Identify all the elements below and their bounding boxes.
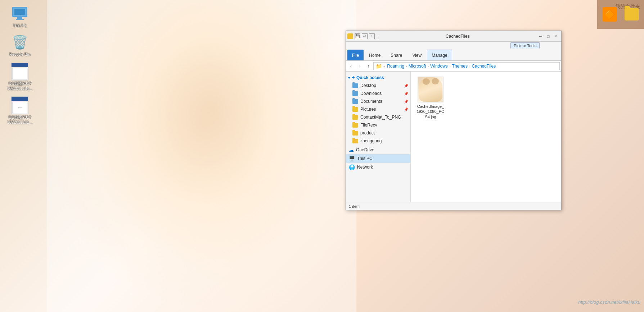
sidebar-item-this-pc[interactable]: 🖥️ This PC xyxy=(346,154,410,163)
title-bar-title: CachedFiles xyxy=(379,34,537,39)
file-thumbnail-cached-image xyxy=(418,77,443,102)
sidebar-item-zhenggong[interactable]: zhenggong xyxy=(346,137,410,145)
desktop-icon-screenshot1[interactable]: IMG QQ截图20171022011134... xyxy=(4,61,36,93)
taskbar-area: 🔶 xyxy=(597,0,644,29)
zhenggong-folder-icon xyxy=(352,139,358,143)
title-bar-left: 💾 ↩ ↑ | xyxy=(347,33,379,39)
path-folder-icon: 📁 xyxy=(376,63,382,69)
tab-manage[interactable]: Manage xyxy=(427,50,452,60)
desktop-icons-area: This PC 🗑️ Recycle Bin IMG QQ截图201710220… xyxy=(0,0,40,130)
documents-pin-icon: 📌 xyxy=(404,100,408,104)
quick-access-star-icon: ✦ xyxy=(351,75,355,80)
sidebar-item-network-label: Network xyxy=(357,165,373,170)
sidebar-item-contactmat-label: ContactMat_To_PNG xyxy=(360,115,401,120)
quick-access-chevron-icon: ▾ xyxy=(348,76,350,80)
file-item-cached-image[interactable]: CachedImage_1920_1080_POS4.jpg xyxy=(414,75,447,121)
quick-access-toolbar-undo[interactable]: ↩ xyxy=(362,33,368,39)
recycle-bin-icon: 🗑️ xyxy=(11,34,28,51)
downloads-folder-icon xyxy=(352,91,358,96)
sidebar-section-quick-access: ▾ ✦ Quick access Desktop 📌 Downloads 📌 xyxy=(346,74,410,145)
wechat-icon: 🔶 xyxy=(603,7,617,22)
pictures-pin-icon: 📌 xyxy=(404,107,408,111)
path-crumb-windows[interactable]: Windows xyxy=(430,64,448,69)
quick-access-toolbar-save[interactable]: 💾 xyxy=(355,33,360,39)
path-sep-3: › xyxy=(428,64,429,68)
sidebar-item-documents[interactable]: Documents 📌 xyxy=(346,97,410,105)
tab-home[interactable]: Home xyxy=(364,50,385,60)
taskbar-icon-folder[interactable] xyxy=(623,4,641,25)
sidebar-item-downloads-label: Downloads xyxy=(360,91,382,96)
status-text: 1 item xyxy=(349,204,360,208)
sidebar-item-desktop[interactable]: Desktop 📌 xyxy=(346,82,410,90)
this-pc-sidebar-icon: 🖥️ xyxy=(349,156,355,161)
watermark-bottom: http://blog.csdn.net/lxfilaHaiku xyxy=(578,299,640,305)
path-sep-1: « xyxy=(383,64,386,68)
sidebar-item-onedrive-label: OneDrive xyxy=(356,147,374,152)
quick-access-label: Quick access xyxy=(356,75,384,80)
tab-share[interactable]: Share xyxy=(386,50,407,60)
quick-access-toolbar-up[interactable]: ↑ xyxy=(369,33,375,39)
path-crumb-themes[interactable]: Themes xyxy=(452,64,468,69)
product-folder-icon xyxy=(352,131,358,136)
sidebar-item-this-pc-label: This PC xyxy=(357,156,373,161)
picture-tools-label: Picture Tools xyxy=(510,42,540,49)
status-bar: 1 item xyxy=(346,202,561,210)
onedrive-icon: ☁ xyxy=(349,147,354,153)
path-sep-5: › xyxy=(469,64,470,68)
sidebar-item-filerecv-label: FileRecv xyxy=(360,123,377,128)
path-sep-4: › xyxy=(449,64,451,68)
sidebar-item-desktop-label: Desktop xyxy=(360,83,376,88)
minimize-button[interactable]: ─ xyxy=(537,33,544,40)
filerecv-folder-icon xyxy=(352,123,358,128)
sidebar: ▾ ✦ Quick access Desktop 📌 Downloads 📌 xyxy=(346,72,411,202)
sidebar-item-product[interactable]: product xyxy=(346,129,410,137)
sidebar-item-onedrive[interactable]: ☁ OneDrive xyxy=(346,146,410,154)
pictures-folder-icon xyxy=(352,107,358,112)
desktop-icon-this-pc[interactable]: This PC xyxy=(4,4,36,29)
sidebar-item-zhenggong-label: zhenggong xyxy=(360,138,382,143)
sidebar-item-downloads[interactable]: Downloads 📌 xyxy=(346,90,410,97)
tab-view[interactable]: View xyxy=(407,50,426,60)
ribbon-tabs: Picture Tools File Home Share View Manag… xyxy=(346,42,561,60)
desktop-wallpaper-overlay xyxy=(47,0,356,312)
desktop-icon-recycle-bin[interactable]: 🗑️ Recycle Bin xyxy=(4,32,36,58)
path-crumb-cachedfiles[interactable]: CachedFiles xyxy=(472,64,496,69)
desktop-folder-icon xyxy=(352,83,358,88)
screenshot2-icon: IMG xyxy=(11,97,28,114)
path-crumb-microsoft[interactable]: Microsoft xyxy=(409,64,426,69)
sidebar-item-product-label: product xyxy=(360,130,375,136)
tab-file[interactable]: File xyxy=(347,50,364,60)
desktop-icon-screenshot2[interactable]: IMG QQ截图20171022011141... xyxy=(4,95,36,127)
screenshot1-label: QQ截图20171022011134... xyxy=(7,81,32,91)
window-controls: ─ □ ✕ xyxy=(537,33,560,40)
screenshot1-icon: IMG xyxy=(11,63,28,80)
address-path[interactable]: 📁 « Roaming › Microsoft › Windows › Them… xyxy=(373,62,560,70)
path-sep-2: › xyxy=(406,64,407,68)
back-button[interactable]: ‹ xyxy=(347,63,355,70)
file-content-area: CachedImage_1920_1080_POS4.jpg xyxy=(411,72,561,202)
path-crumb-roaming[interactable]: Roaming xyxy=(387,64,404,69)
explorer-window: 💾 ↩ ↑ | CachedFiles ─ □ ✕ Picture Tools … xyxy=(346,31,562,210)
forward-button[interactable]: › xyxy=(356,63,363,70)
screenshot2-label: QQ截图20171022011141... xyxy=(7,115,32,125)
sidebar-item-pictures-label: Pictures xyxy=(360,107,376,112)
up-button[interactable]: ↑ xyxy=(365,63,372,70)
sidebar-header-quick-access[interactable]: ▾ ✦ Quick access xyxy=(346,74,410,82)
sidebar-item-documents-label: Documents xyxy=(360,99,382,104)
sidebar-item-network[interactable]: 🌐 Network xyxy=(346,163,410,171)
this-pc-icon xyxy=(11,5,28,22)
sidebar-item-filerecv[interactable]: FileRecv xyxy=(346,121,410,129)
title-bar: 💾 ↩ ↑ | CachedFiles ─ □ ✕ xyxy=(346,31,561,42)
this-pc-label: This PC xyxy=(13,23,27,28)
ribbon: Picture Tools File Home Share View Manag… xyxy=(346,42,561,61)
sidebar-item-contactmat[interactable]: ContactMat_To_PNG xyxy=(346,113,410,121)
taskbar-icon-wechat[interactable]: 🔶 xyxy=(601,4,619,25)
network-icon: 🌐 xyxy=(349,164,355,170)
thumbnail-inner xyxy=(418,77,443,102)
close-button[interactable]: ✕ xyxy=(553,33,560,40)
maximize-button[interactable]: □ xyxy=(545,33,552,40)
documents-folder-icon xyxy=(352,99,358,104)
sidebar-item-pictures[interactable]: Pictures 📌 xyxy=(346,105,410,113)
titlebar-folder-icon xyxy=(347,33,353,39)
contactmat-folder-icon xyxy=(352,115,358,120)
